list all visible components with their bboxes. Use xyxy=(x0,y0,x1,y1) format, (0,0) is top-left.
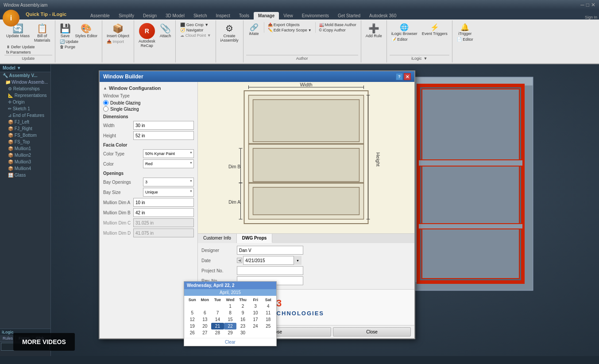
defer-update-button[interactable]: ⏸Defer Update xyxy=(4,44,37,50)
tab-tools[interactable]: Tools xyxy=(235,12,254,19)
import-button[interactable]: 📥 Import xyxy=(105,39,126,44)
cal-day-21-selected[interactable]: 21 xyxy=(211,323,224,329)
tree-item-mullion1[interactable]: 📦 Mullion1 xyxy=(0,145,50,152)
edit-factory-scope-button[interactable]: ✏️Edit Factory Scope▼ xyxy=(266,27,313,33)
cal-day-14[interactable]: 14 xyxy=(211,316,224,323)
cal-day-1[interactable]: 1 xyxy=(224,303,237,310)
tree-item-end-features[interactable]: ⊿ End of Features xyxy=(0,112,50,119)
cal-day-23[interactable]: 23 xyxy=(236,323,249,329)
designer-input[interactable] xyxy=(237,246,303,255)
cal-day-25[interactable]: 25 xyxy=(262,323,274,329)
cal-day-12[interactable]: 12 xyxy=(186,316,199,323)
cal-day-11[interactable]: 11 xyxy=(262,310,274,316)
parameters-button[interactable]: fxParameters xyxy=(4,50,33,55)
tree-item-representations[interactable]: 📐 Representations xyxy=(0,92,50,99)
purge-button[interactable]: 🗑 Purge xyxy=(58,44,77,50)
tab-manage[interactable]: Manage xyxy=(254,12,279,19)
model-panel-header[interactable]: Model ▼ xyxy=(0,64,50,72)
tree-item-sketch1[interactable]: ✏ Sketch 1 xyxy=(0,105,50,112)
bill-of-materials-button[interactable]: 📋Bill ofMaterials xyxy=(32,22,52,43)
cloud-point-button[interactable]: ☁ Cloud Point ▼ xyxy=(178,33,213,38)
cal-day-30[interactable]: 30 xyxy=(236,329,249,336)
cal-day-28[interactable]: 28 xyxy=(211,329,224,336)
cal-day-2[interactable]: 2 xyxy=(236,303,249,310)
tab-view[interactable]: View xyxy=(279,12,298,19)
double-glazing-radio[interactable] xyxy=(103,100,108,105)
tab-customer-info[interactable]: Customer Info xyxy=(198,234,237,243)
tree-item-glass[interactable]: 🪟 Glass xyxy=(0,172,50,178)
tab-assemble[interactable]: Assemble xyxy=(86,12,114,19)
tab-inspect[interactable]: Inspect xyxy=(211,12,234,19)
icopy-author-button[interactable]: ©iCopy Author xyxy=(317,27,358,33)
cal-day-8[interactable]: 8 xyxy=(224,310,237,316)
tree-item-window-assembly[interactable]: 📁 Window Assemb... xyxy=(0,79,50,85)
add-rule-button[interactable]: ➕Add Rule xyxy=(364,22,384,39)
tab-dwg-props[interactable]: DWG Props xyxy=(237,234,273,243)
calendar-clear-button[interactable]: Clear xyxy=(184,338,276,346)
tab-sketch[interactable]: Sketch xyxy=(189,12,212,19)
bay-size-select[interactable]: Unique xyxy=(143,188,194,197)
save-button[interactable]: 💾Save xyxy=(58,22,73,39)
tree-item-mullion4[interactable]: 📦 Mullion4 xyxy=(0,165,50,172)
date-dropdown-button[interactable]: ▼ xyxy=(294,256,301,265)
ilogic-browser-button[interactable]: 🌐iLogic Browser xyxy=(390,22,419,37)
cal-day-18[interactable]: 18 xyxy=(262,316,274,323)
tab-simplify[interactable]: Simplify xyxy=(114,12,139,19)
project-input[interactable] xyxy=(237,266,303,275)
radio-single-glazing[interactable]: Single Glazing xyxy=(103,106,194,112)
mullion-b-input[interactable] xyxy=(133,208,194,217)
tab-environments[interactable]: Environments xyxy=(298,12,333,19)
width-input[interactable] xyxy=(133,121,194,130)
editor-right-button[interactable]: 📄 Editor xyxy=(455,37,475,42)
dialog-close-button[interactable]: ✕ xyxy=(404,73,411,80)
mullion-a-input[interactable] xyxy=(133,198,194,207)
maximize-button[interactable]: □ xyxy=(586,2,589,8)
cal-day-15[interactable]: 15 xyxy=(224,316,237,323)
dialog-help-button[interactable]: ? xyxy=(396,73,403,80)
cal-day-26[interactable]: 26 xyxy=(186,329,199,336)
cal-day-10[interactable]: 10 xyxy=(249,310,262,316)
cal-day-4[interactable]: 4 xyxy=(262,303,274,310)
date-input[interactable] xyxy=(243,256,301,265)
bay-openings-select[interactable]: 3 xyxy=(143,178,194,186)
tree-item-fs-bottom[interactable]: 📦 FS_Bottom xyxy=(0,132,50,139)
tree-item-mullion3[interactable]: 📦 Mullion3 xyxy=(0,159,50,165)
cal-day-13[interactable]: 13 xyxy=(199,316,212,323)
tree-item-fj-right[interactable]: 📦 FJ_Right xyxy=(0,125,50,132)
tab-design[interactable]: Design xyxy=(139,12,161,19)
attach-button[interactable]: 📎Attach xyxy=(158,22,173,39)
tree-item-mullion2[interactable]: 📦 Mullion2 xyxy=(0,152,50,159)
styles-editor-button[interactable]: 🎨Styles Editor xyxy=(73,22,100,39)
navigator-button[interactable]: 🧭 Navigator xyxy=(178,27,213,33)
cal-day-20[interactable]: 20 xyxy=(199,323,212,329)
export-objects-button[interactable]: 📤Export Objects xyxy=(266,22,313,27)
tree-item-fj-left[interactable]: 📦 FJ_Left xyxy=(0,119,50,125)
cal-day-29[interactable]: 29 xyxy=(224,329,237,336)
cal-day-19[interactable]: 19 xyxy=(186,323,199,329)
radio-double-glazing[interactable]: Double Glazing xyxy=(103,100,194,105)
tree-item-origin[interactable]: ✛ Origin xyxy=(0,99,50,105)
more-videos-button[interactable]: MORE VIDEOS xyxy=(13,333,75,351)
single-glazing-radio[interactable] xyxy=(103,106,108,112)
close-dialog-button[interactable]: Close xyxy=(333,327,411,337)
tree-item-fs-top[interactable]: 📦 FS_Top xyxy=(0,139,50,145)
cal-day-5[interactable]: 5 xyxy=(186,310,199,316)
imate-button[interactable]: 🔗iMate xyxy=(246,22,262,37)
date-nav-icon[interactable]: ⊲ xyxy=(237,258,242,263)
color-type-select[interactable]: 50% Kynar Paint xyxy=(143,149,194,158)
update-small-button[interactable]: 🔄 Update xyxy=(58,39,81,44)
editor-button[interactable]: 📝 Editor xyxy=(390,37,410,42)
autodesk-recap-button[interactable]: R AutodeskReCap xyxy=(137,22,157,49)
mold-base-author-button[interactable]: 🏭Mold Base Author xyxy=(317,22,358,27)
event-triggers-button[interactable]: ⚡Event Triggers xyxy=(420,22,449,37)
create-iassembly-button[interactable]: ⚙CreateiAssembly xyxy=(219,22,240,43)
height-input[interactable] xyxy=(133,131,194,140)
tree-item-relationships[interactable]: ⚙ Relationships xyxy=(0,85,50,92)
cal-day-7[interactable]: 7 xyxy=(211,310,224,316)
insert-object-button[interactable]: 📦Insert Object xyxy=(105,22,131,39)
geo-crop-button[interactable]: ⬛ Geo Crop ▼ xyxy=(178,22,213,27)
cal-day-24[interactable]: 24 xyxy=(249,323,262,329)
color-select[interactable]: Red xyxy=(143,159,194,168)
tab-get-started[interactable]: Get Started xyxy=(333,12,365,19)
cal-day-3[interactable]: 3 xyxy=(249,303,262,310)
